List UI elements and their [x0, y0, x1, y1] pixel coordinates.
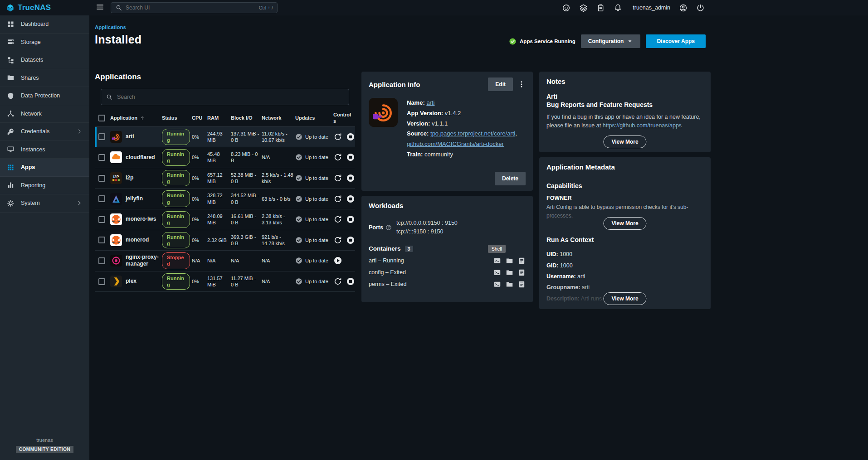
column-header-application[interactable]: Application [110, 113, 162, 123]
configuration-button[interactable]: Configuration [581, 34, 641, 48]
browse-filesystem-button[interactable] [506, 269, 513, 276]
restart-app-button[interactable] [333, 236, 342, 245]
sidebar-item-reporting[interactable]: Reporting [0, 177, 89, 195]
controls-cell [333, 193, 357, 205]
username[interactable]: truenas_admin [633, 5, 670, 11]
status-button[interactable] [579, 4, 588, 12]
row-checkbox[interactable] [98, 195, 105, 202]
notes-subtitle: Bug Reports and Feature Requests [546, 101, 703, 108]
global-search-input[interactable] [126, 5, 256, 11]
app-name-link[interactable]: arti [426, 99, 434, 106]
stop-app-button[interactable] [346, 132, 355, 141]
jobs-button[interactable] [596, 4, 605, 12]
view-more-button[interactable]: View More [603, 217, 646, 230]
view-more-button[interactable]: View More [603, 292, 646, 305]
sidebar-item-instances[interactable]: Instances [0, 141, 89, 159]
row-checkbox[interactable] [98, 278, 105, 285]
stop-app-button[interactable] [346, 194, 355, 203]
app-row-i2p[interactable]: I2Pi2pRunning0%657.12 MiB52.38 MiB - 0 B… [95, 168, 355, 189]
search-icon [115, 4, 122, 11]
restart-app-button[interactable] [333, 215, 342, 224]
source-link[interactable]: tpo.pages.torproject.net/core/arti [430, 130, 515, 137]
view-more-button[interactable]: View More [603, 136, 646, 148]
column-header-ram[interactable]: RAM [207, 113, 231, 123]
start-app-button[interactable] [333, 256, 342, 265]
restart-app-button[interactable] [333, 277, 342, 286]
sidebar-item-credentials[interactable]: Credentials [0, 123, 89, 141]
view-logs-button[interactable] [518, 281, 526, 288]
feedback-button[interactable] [562, 4, 571, 12]
restart-app-button[interactable] [333, 174, 342, 183]
discover-apps-button[interactable]: Discover Apps [646, 34, 706, 48]
ports-label: Ports [369, 219, 392, 237]
sidebar-item-system[interactable]: System [0, 194, 89, 213]
user-avatar-icon[interactable] [679, 4, 688, 12]
block-io-cell: N/A [231, 256, 262, 266]
alerts-button[interactable] [614, 4, 622, 12]
stop-app-button[interactable] [346, 236, 355, 245]
column-header-status[interactable]: Status [162, 113, 192, 123]
restart-app-button[interactable] [333, 132, 342, 141]
applications-search-input[interactable] [117, 94, 344, 100]
stop-app-button[interactable] [346, 215, 355, 224]
app-row-jellyfin[interactable]: jellyfinRunning0%328.72 MiB344.52 MiB - … [95, 189, 355, 209]
power-icon[interactable] [696, 4, 705, 12]
row-checkbox[interactable] [98, 154, 105, 161]
app-row-monero-lws[interactable]: monero-lwsRunning0%248.09 MiB16.61 MiB -… [95, 209, 355, 230]
app-row-monerod[interactable]: monerodRunning0%2.32 GiB369.3 GiB - 0 B9… [95, 230, 355, 251]
row-checkbox[interactable] [98, 237, 105, 243]
sidebar-item-storage[interactable]: Storage [0, 34, 89, 52]
edit-button[interactable]: Edit [488, 77, 513, 91]
column-header-cpu[interactable]: CPU [192, 113, 207, 123]
more-options-button[interactable] [517, 80, 526, 88]
stop-app-button[interactable] [346, 174, 355, 183]
sidebar-item-shares[interactable]: Shares [0, 69, 89, 87]
sidebar-item-apps[interactable]: Apps [0, 159, 89, 177]
app-row-cloudflared[interactable]: cloudflaredRunning0%45.48 MiB8.23 MiB - … [95, 147, 355, 168]
sidebar-toggle-button[interactable] [96, 3, 104, 13]
stop-app-button[interactable] [346, 153, 355, 162]
browse-filesystem-button[interactable] [506, 281, 513, 288]
applications-search[interactable] [101, 89, 349, 105]
row-checkbox[interactable] [98, 133, 105, 140]
help-icon[interactable] [385, 224, 392, 231]
browse-filesystem-button[interactable] [506, 257, 513, 265]
column-header-network[interactable]: Network [262, 113, 295, 123]
shell-button[interactable] [493, 281, 501, 288]
app-row-nginx-proxy-manager[interactable]: nginx-proxy-managerStoppedN/AN/AN/AN/AUp… [95, 251, 355, 271]
breadcrumb[interactable]: Applications [95, 24, 868, 30]
edition-badge: COMMUNITY EDITION [16, 446, 73, 453]
sidebar-item-data-protection[interactable]: Data Protection [0, 87, 89, 105]
stop-app-button[interactable] [346, 277, 355, 286]
sidebar-item-network[interactable]: Network [0, 105, 89, 123]
shell-button[interactable] [493, 257, 501, 265]
version-value: v1.1.1 [432, 120, 448, 127]
sidebar-item-datasets[interactable]: Datasets [0, 51, 89, 69]
column-header-controls[interactable]: Controls [333, 110, 355, 126]
application-cell: jellyfin [110, 191, 162, 207]
global-search[interactable]: Ctrl + / [111, 2, 278, 13]
select-all-checkbox[interactable] [98, 115, 105, 121]
app-name: monerod [126, 237, 149, 244]
column-header-updates[interactable]: Updates [295, 113, 333, 123]
restart-app-button[interactable] [333, 153, 342, 162]
row-checkbox[interactable] [98, 216, 105, 223]
source-link[interactable]: github.com/MAGICGrants/arti-docker [407, 140, 504, 147]
view-logs-button[interactable] [518, 269, 526, 276]
capability-desc-line1: Arti Config is able to bypass permission… [546, 204, 688, 210]
row-checkbox[interactable] [98, 175, 105, 182]
shell-tooltip: Shell [488, 245, 506, 253]
brand[interactable]: TrueNAS [0, 3, 89, 12]
notes-issue-link[interactable]: https://github.com/truenas/apps [603, 122, 682, 129]
view-logs-button[interactable] [518, 257, 526, 265]
app-row-arti[interactable]: artiRunning0%244.93 MiB137.31 MiB - 0 B1… [95, 127, 355, 148]
block-io-cell: 8.23 MiB - 0 B [231, 149, 262, 166]
restart-app-button[interactable] [333, 194, 342, 203]
column-header-block-i-o[interactable]: Block I/O [231, 113, 262, 123]
delete-button[interactable]: Delete [495, 172, 526, 185]
sidebar-item-dashboard[interactable]: Dashboard [0, 15, 89, 34]
app-row-plex[interactable]: plexRunning0%131.57 MiB11.27 MiB - 0 BN/… [95, 271, 355, 292]
shell-button[interactable] [493, 269, 501, 276]
notes-body: Arti Bug Reports and Feature Requests If… [539, 90, 711, 137]
row-checkbox[interactable] [98, 257, 105, 264]
